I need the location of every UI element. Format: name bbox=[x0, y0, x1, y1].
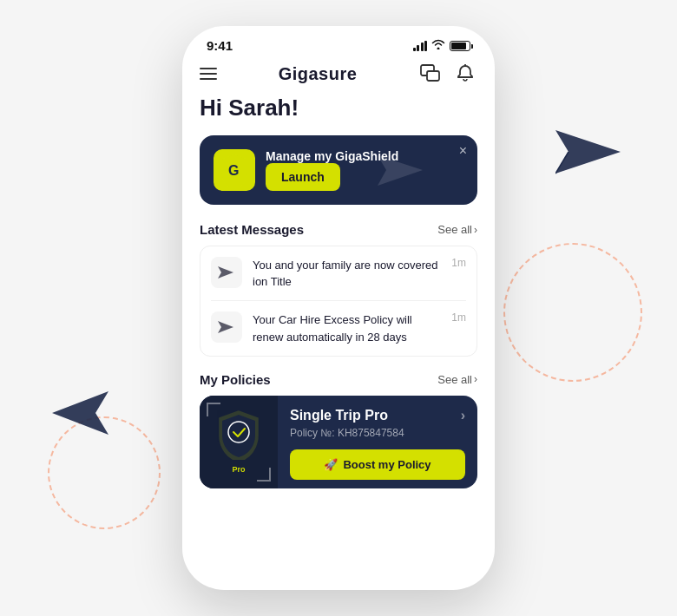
giga-shield-banner: G Manage my GigaShield Launch × bbox=[200, 135, 477, 205]
svg-marker-0 bbox=[555, 130, 621, 174]
rocket-icon: 🚀 bbox=[324, 458, 338, 471]
message-icon-2 bbox=[211, 311, 242, 343]
svg-marker-7 bbox=[378, 155, 423, 186]
svg-text:G: G bbox=[228, 163, 239, 178]
corner-bracket-tl bbox=[207, 403, 220, 416]
phone-shell: 9:41 Gigasure bbox=[182, 26, 495, 590]
messages-see-all[interactable]: See all › bbox=[437, 223, 477, 236]
message-item-2[interactable]: Your Car Hire Excess Policy will renew a… bbox=[211, 301, 466, 355]
app-title: Gigasure bbox=[279, 64, 358, 84]
chat-icon[interactable] bbox=[418, 62, 443, 86]
status-bar: 9:41 bbox=[182, 26, 495, 58]
menu-button[interactable] bbox=[200, 68, 217, 80]
paper-plane-bottom-left bbox=[52, 391, 108, 442]
dashed-circle-left bbox=[48, 416, 161, 529]
svg-rect-4 bbox=[427, 71, 439, 81]
messages-title: Latest Messages bbox=[200, 222, 304, 237]
content-area: Hi Sarah! G Manage my GigaShield Launch bbox=[182, 95, 495, 580]
corner-bracket-br bbox=[257, 468, 271, 482]
policy-chevron: › bbox=[461, 408, 465, 423]
message-content-2: Your Car Hire Excess Policy will renew a… bbox=[253, 311, 441, 344]
close-banner-button[interactable]: × bbox=[459, 144, 467, 158]
message-icon-1 bbox=[211, 257, 242, 288]
svg-marker-8 bbox=[218, 266, 233, 279]
signal-icon bbox=[413, 41, 428, 51]
message-text-1: You and your family are now covered ion … bbox=[253, 259, 437, 288]
message-item-1[interactable]: You and your family are now covered ion … bbox=[211, 246, 466, 301]
paper-plane-top-right bbox=[555, 121, 625, 186]
battery-icon bbox=[450, 41, 470, 51]
message-text-2: Your Car Hire Excess Policy will renew a… bbox=[253, 313, 412, 343]
policy-number: Policy №: KH875847584 bbox=[290, 427, 465, 439]
greeting-text: Hi Sarah! bbox=[200, 95, 477, 121]
launch-button[interactable]: Launch bbox=[266, 163, 340, 191]
status-icons bbox=[413, 39, 471, 52]
policies-section-header: My Policies See all › bbox=[200, 372, 477, 387]
policies-see-all-chevron: › bbox=[474, 373, 477, 385]
boost-policy-button[interactable]: 🚀 Boost my Policy bbox=[290, 449, 465, 480]
policies-title: My Policies bbox=[200, 372, 271, 387]
policy-shield: Pro bbox=[216, 410, 261, 474]
message-content-1: You and your family are now covered ion … bbox=[253, 257, 441, 290]
messages-section-header: Latest Messages See all › bbox=[200, 222, 477, 237]
policy-name: Single Trip Pro › bbox=[290, 408, 465, 423]
status-time: 9:41 bbox=[207, 38, 233, 53]
giga-shield-logo: G bbox=[214, 149, 255, 191]
policy-icon-side: Pro bbox=[200, 396, 278, 488]
dashed-circle-right bbox=[503, 243, 642, 382]
messages-list: You and your family are now covered ion … bbox=[200, 246, 477, 357]
policy-details: Single Trip Pro › Policy №: KH875847584 … bbox=[278, 396, 477, 488]
message-time-1: 1m bbox=[451, 257, 466, 269]
policy-card[interactable]: Pro Single Trip Pro › Policy №: KH875847… bbox=[200, 396, 477, 488]
messages-see-all-chevron: › bbox=[474, 224, 477, 236]
policies-see-all[interactable]: See all › bbox=[437, 373, 477, 386]
bell-icon[interactable] bbox=[453, 62, 477, 86]
banner-plane-watermark bbox=[378, 151, 425, 198]
app-header: Gigasure bbox=[182, 58, 495, 95]
header-actions bbox=[418, 62, 477, 86]
message-time-2: 1m bbox=[451, 311, 466, 324]
svg-marker-2 bbox=[52, 391, 108, 435]
wifi-icon bbox=[431, 39, 445, 52]
svg-marker-9 bbox=[218, 321, 233, 333]
svg-line-1 bbox=[555, 152, 569, 174]
banner-left: G Manage my GigaShield Launch bbox=[214, 149, 398, 191]
